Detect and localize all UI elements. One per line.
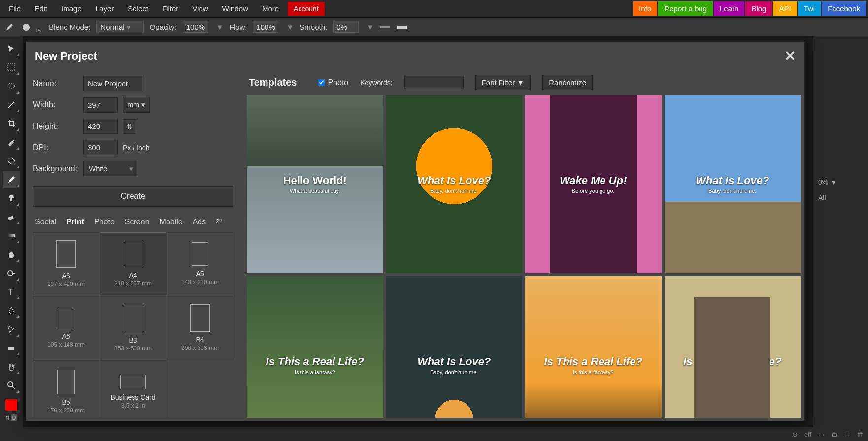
brush-shape-icon[interactable] xyxy=(21,22,32,32)
zoom-tool[interactable] xyxy=(3,377,20,394)
blend-mode-select[interactable]: Normal▾ xyxy=(96,21,143,33)
crop-tool[interactable] xyxy=(3,115,20,132)
template-subtitle: What a beautiful day. xyxy=(283,188,347,194)
preset-business-card[interactable]: Business Card3.5 x 2 in xyxy=(100,360,166,418)
badge-twitter[interactable]: Twi xyxy=(798,1,821,16)
menu-edit[interactable]: Edit xyxy=(28,0,54,17)
shape-tool[interactable] xyxy=(3,340,20,356)
pressure-opacity-icon[interactable] xyxy=(380,22,391,32)
preset-b4[interactable]: B4250 x 353 mm xyxy=(167,296,233,359)
randomize-button[interactable]: Randomize xyxy=(542,75,593,90)
preset-size: 250 x 353 mm xyxy=(181,345,219,351)
menu-view[interactable]: View xyxy=(185,0,215,17)
blend-mode-label: Blend Mode: xyxy=(49,23,90,31)
dodge-tool[interactable] xyxy=(3,265,20,282)
menu-filter[interactable]: Filter xyxy=(155,0,185,17)
cat-2n[interactable]: 2ᴺ xyxy=(214,217,224,227)
smooth-input[interactable]: 0% xyxy=(333,21,359,33)
flow-dropdown-icon[interactable]: ▼ xyxy=(286,23,294,31)
smooth-dropdown-icon[interactable]: ▼ xyxy=(367,23,374,31)
brush-tool-icon[interactable] xyxy=(4,22,15,32)
badge-api[interactable]: API xyxy=(773,1,797,16)
preset-b5[interactable]: B5176 x 250 mm xyxy=(33,360,99,418)
blur-tool[interactable] xyxy=(3,246,20,263)
width-input[interactable] xyxy=(83,97,118,113)
status-trash-icon[interactable]: 🗑 xyxy=(857,431,863,438)
status-new-icon[interactable]: ◻ xyxy=(844,431,850,438)
status-folder-icon[interactable]: 🗀 xyxy=(831,431,837,438)
template-1[interactable]: What Is Love?Baby, don't hurt me. xyxy=(386,95,523,273)
opacity-input[interactable]: 100% xyxy=(183,21,208,33)
menu-image[interactable]: Image xyxy=(54,0,89,17)
menu-window[interactable]: Window xyxy=(215,0,255,17)
menu-account[interactable]: Account xyxy=(288,2,325,16)
cat-ads[interactable]: Ads xyxy=(191,217,208,227)
menu-more[interactable]: More xyxy=(255,0,286,17)
template-0[interactable]: Hello World!What a beautiful day. xyxy=(247,95,383,273)
status-mask-icon[interactable]: ▭ xyxy=(818,431,824,438)
eraser-tool[interactable] xyxy=(3,209,20,225)
status-eff-label[interactable]: eff xyxy=(804,431,811,438)
flow-input[interactable]: 100% xyxy=(253,21,278,33)
dpi-input[interactable] xyxy=(83,140,118,155)
cat-social[interactable]: Social xyxy=(33,217,59,227)
background-select[interactable]: White▾ xyxy=(83,161,137,176)
menu-file[interactable]: File xyxy=(2,0,28,17)
svg-rect-4 xyxy=(8,216,13,220)
foreground-color-swatch[interactable] xyxy=(5,399,18,411)
lasso-tool[interactable] xyxy=(3,78,20,94)
template-4[interactable]: Is This a Real Life?Is this a fantasy? xyxy=(247,276,383,418)
preset-a5[interactable]: A5148 x 210 mm xyxy=(167,232,233,295)
swap-colors-icon[interactable]: ⇅ D xyxy=(3,413,20,422)
wand-tool[interactable] xyxy=(3,96,20,113)
template-2[interactable]: Wake Me Up!Before you go go. xyxy=(525,95,662,273)
height-input[interactable] xyxy=(83,119,118,134)
cat-print[interactable]: Print xyxy=(65,217,86,227)
badge-report-bug[interactable]: Report a bug xyxy=(658,1,713,16)
keywords-input[interactable] xyxy=(404,76,464,89)
template-title: Wake Me Up! xyxy=(560,174,627,187)
create-button[interactable]: Create xyxy=(33,186,233,207)
cat-photo[interactable]: Photo xyxy=(92,217,117,227)
status-link-icon[interactable]: ⊕ xyxy=(792,431,798,438)
badge-blog[interactable]: Blog xyxy=(745,1,772,16)
menu-layer[interactable]: Layer xyxy=(89,0,121,17)
rect-select-tool[interactable] xyxy=(3,59,20,76)
badge-info[interactable]: Info xyxy=(633,1,657,16)
right-all-label[interactable]: All xyxy=(813,190,868,206)
badge-facebook[interactable]: Facebook xyxy=(822,1,866,16)
badge-learn[interactable]: Learn xyxy=(714,1,744,16)
brush-tool[interactable] xyxy=(3,171,20,188)
type-tool[interactable]: T xyxy=(3,284,20,300)
right-opacity-value[interactable]: 0% ▼ xyxy=(813,174,868,190)
name-input[interactable] xyxy=(83,76,142,91)
preset-a6[interactable]: A6105 x 148 mm xyxy=(33,296,99,359)
template-3[interactable]: What Is Love?Baby, don't hurt me. xyxy=(665,95,801,273)
path-select-tool[interactable] xyxy=(3,321,20,338)
template-7[interactable]: Is This a Real Life?Is this a fantasy? xyxy=(665,276,801,418)
pen-tool[interactable] xyxy=(3,302,20,319)
template-5[interactable]: What Is Love?Baby, don't hurt me. xyxy=(386,276,523,418)
dialog-close-button[interactable]: ✕ xyxy=(784,48,796,64)
pressure-size-icon[interactable] xyxy=(397,22,407,32)
swap-wh-button[interactable]: ⇅ xyxy=(123,119,136,134)
preset-a4[interactable]: A4210 x 297 mm xyxy=(100,232,166,295)
preset-b3[interactable]: B3353 x 500 mm xyxy=(100,296,166,359)
cat-mobile[interactable]: Mobile xyxy=(158,217,185,227)
eyedropper-tool[interactable] xyxy=(3,134,20,151)
unit-select[interactable]: mm ▾ xyxy=(123,97,150,113)
healing-tool[interactable] xyxy=(3,153,20,169)
preset-a3[interactable]: A3297 x 420 mm xyxy=(33,232,99,295)
move-tool[interactable] xyxy=(3,40,20,57)
gradient-tool[interactable] xyxy=(3,227,20,244)
hand-tool[interactable] xyxy=(3,358,20,375)
font-filter-button[interactable]: Font Filter ▼ xyxy=(475,75,531,90)
template-6[interactable]: Is This a Real Life?Is this a fantasy? xyxy=(525,276,662,418)
photo-checkbox-label[interactable]: Photo xyxy=(318,78,348,87)
cat-screen[interactable]: Screen xyxy=(123,217,152,227)
menu-select[interactable]: Select xyxy=(121,0,155,17)
clone-tool[interactable] xyxy=(3,190,20,207)
opacity-dropdown-icon[interactable]: ▼ xyxy=(216,23,224,31)
template-title: Is This a Real Life? xyxy=(683,355,781,368)
photo-checkbox[interactable] xyxy=(318,79,325,86)
